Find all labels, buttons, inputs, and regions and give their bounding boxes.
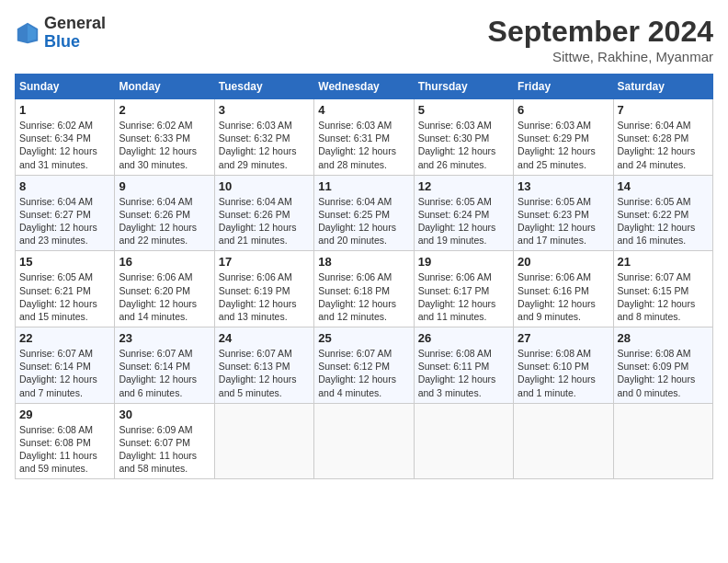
day-info: Sunrise: 6:06 AM Sunset: 6:19 PM Dayligh… bbox=[219, 270, 310, 323]
day-info: Sunrise: 6:02 AM Sunset: 6:34 PM Dayligh… bbox=[19, 119, 110, 171]
table-row: 15 Sunrise: 6:05 AM Sunset: 6:21 PM Dayl… bbox=[16, 251, 115, 327]
day-info: Sunrise: 6:04 AM Sunset: 6:26 PM Dayligh… bbox=[219, 195, 310, 247]
day-info: Sunrise: 6:09 AM Sunset: 6:07 PM Dayligh… bbox=[119, 423, 210, 476]
day-number: 5 bbox=[418, 103, 509, 117]
day-number: 29 bbox=[19, 408, 110, 421]
day-number: 17 bbox=[219, 255, 310, 269]
logo-text: General Blue bbox=[44, 15, 106, 52]
header-monday: Monday bbox=[115, 75, 214, 99]
table-row: 30 Sunrise: 6:09 AM Sunset: 6:07 PM Dayl… bbox=[115, 403, 214, 479]
day-number: 15 bbox=[19, 255, 110, 269]
page-header: General Blue September 2024 Sittwe, Rakh… bbox=[15, 15, 713, 64]
table-row: 22 Sunrise: 6:07 AM Sunset: 6:14 PM Dayl… bbox=[16, 327, 115, 404]
header-wednesday: Wednesday bbox=[314, 75, 414, 99]
day-number: 11 bbox=[318, 179, 409, 193]
day-number: 1 bbox=[19, 103, 110, 117]
month-year: September 2024 bbox=[488, 15, 713, 49]
day-info: Sunrise: 6:04 AM Sunset: 6:26 PM Dayligh… bbox=[119, 195, 210, 247]
day-number: 4 bbox=[318, 103, 409, 117]
table-row: 24 Sunrise: 6:07 AM Sunset: 6:13 PM Dayl… bbox=[214, 327, 313, 404]
logo-icon bbox=[15, 20, 40, 46]
location: Sittwe, Rakhine, Myanmar bbox=[488, 49, 713, 64]
day-info: Sunrise: 6:06 AM Sunset: 6:20 PM Dayligh… bbox=[119, 270, 210, 323]
table-row: 2 Sunrise: 6:02 AM Sunset: 6:33 PM Dayli… bbox=[115, 99, 214, 176]
day-info: Sunrise: 6:02 AM Sunset: 6:33 PM Dayligh… bbox=[119, 119, 210, 171]
day-number: 26 bbox=[418, 331, 509, 345]
day-info: Sunrise: 6:08 AM Sunset: 6:11 PM Dayligh… bbox=[418, 347, 509, 399]
day-info: Sunrise: 6:07 AM Sunset: 6:15 PM Dayligh… bbox=[618, 270, 709, 323]
logo-blue: Blue bbox=[44, 32, 80, 51]
table-row: 21 Sunrise: 6:07 AM Sunset: 6:15 PM Dayl… bbox=[613, 251, 712, 327]
table-row: 10 Sunrise: 6:04 AM Sunset: 6:26 PM Dayl… bbox=[214, 175, 313, 251]
header-saturday: Saturday bbox=[613, 75, 712, 99]
header-sunday: Sunday bbox=[16, 75, 115, 99]
day-number: 8 bbox=[19, 179, 110, 193]
day-info: Sunrise: 6:04 AM Sunset: 6:27 PM Dayligh… bbox=[19, 195, 110, 247]
day-number: 24 bbox=[219, 331, 310, 345]
table-row: 20 Sunrise: 6:06 AM Sunset: 6:16 PM Dayl… bbox=[514, 251, 613, 327]
table-row: 16 Sunrise: 6:06 AM Sunset: 6:20 PM Dayl… bbox=[115, 251, 214, 327]
day-number: 27 bbox=[518, 331, 609, 345]
table-row: 1 Sunrise: 6:02 AM Sunset: 6:34 PM Dayli… bbox=[16, 99, 115, 176]
day-number: 12 bbox=[418, 179, 509, 193]
day-number: 2 bbox=[119, 103, 210, 117]
calendar-week-row: 8 Sunrise: 6:04 AM Sunset: 6:27 PM Dayli… bbox=[16, 175, 713, 251]
day-info: Sunrise: 6:08 AM Sunset: 6:09 PM Dayligh… bbox=[618, 347, 709, 399]
table-row: 6 Sunrise: 6:03 AM Sunset: 6:29 PM Dayli… bbox=[514, 99, 613, 176]
day-info: Sunrise: 6:03 AM Sunset: 6:30 PM Dayligh… bbox=[418, 119, 509, 171]
day-number: 13 bbox=[518, 179, 609, 193]
table-row bbox=[514, 403, 613, 479]
table-row: 26 Sunrise: 6:08 AM Sunset: 6:11 PM Dayl… bbox=[414, 327, 513, 404]
table-row: 29 Sunrise: 6:08 AM Sunset: 6:08 PM Dayl… bbox=[16, 403, 115, 479]
table-row: 4 Sunrise: 6:03 AM Sunset: 6:31 PM Dayli… bbox=[314, 99, 414, 176]
table-row: 18 Sunrise: 6:06 AM Sunset: 6:18 PM Dayl… bbox=[314, 251, 414, 327]
day-info: Sunrise: 6:07 AM Sunset: 6:14 PM Dayligh… bbox=[19, 347, 110, 399]
header-tuesday: Tuesday bbox=[214, 75, 313, 99]
table-row: 9 Sunrise: 6:04 AM Sunset: 6:26 PM Dayli… bbox=[115, 175, 214, 251]
day-info: Sunrise: 6:07 AM Sunset: 6:14 PM Dayligh… bbox=[119, 347, 210, 399]
day-info: Sunrise: 6:08 AM Sunset: 6:10 PM Dayligh… bbox=[518, 347, 609, 399]
day-number: 20 bbox=[518, 255, 609, 269]
day-info: Sunrise: 6:03 AM Sunset: 6:31 PM Dayligh… bbox=[318, 119, 409, 171]
header-friday: Friday bbox=[514, 75, 613, 99]
day-number: 10 bbox=[219, 179, 310, 193]
day-number: 22 bbox=[19, 331, 110, 345]
table-row: 12 Sunrise: 6:05 AM Sunset: 6:24 PM Dayl… bbox=[414, 175, 513, 251]
calendar-week-row: 22 Sunrise: 6:07 AM Sunset: 6:14 PM Dayl… bbox=[16, 327, 713, 404]
day-number: 16 bbox=[119, 255, 210, 269]
day-number: 30 bbox=[119, 408, 210, 421]
table-row: 8 Sunrise: 6:04 AM Sunset: 6:27 PM Dayli… bbox=[16, 175, 115, 251]
day-number: 3 bbox=[219, 103, 310, 117]
table-row: 11 Sunrise: 6:04 AM Sunset: 6:25 PM Dayl… bbox=[314, 175, 414, 251]
day-info: Sunrise: 6:08 AM Sunset: 6:08 PM Dayligh… bbox=[19, 423, 110, 476]
table-row: 14 Sunrise: 6:05 AM Sunset: 6:22 PM Dayl… bbox=[613, 175, 712, 251]
day-info: Sunrise: 6:04 AM Sunset: 6:25 PM Dayligh… bbox=[318, 195, 409, 247]
day-number: 28 bbox=[618, 331, 709, 345]
table-row bbox=[414, 403, 513, 479]
calendar-table: Sunday Monday Tuesday Wednesday Thursday… bbox=[15, 74, 713, 479]
day-info: Sunrise: 6:06 AM Sunset: 6:16 PM Dayligh… bbox=[518, 270, 609, 323]
day-info: Sunrise: 6:06 AM Sunset: 6:18 PM Dayligh… bbox=[318, 270, 409, 323]
day-info: Sunrise: 6:06 AM Sunset: 6:17 PM Dayligh… bbox=[418, 270, 509, 323]
day-info: Sunrise: 6:07 AM Sunset: 6:13 PM Dayligh… bbox=[219, 347, 310, 399]
day-info: Sunrise: 6:05 AM Sunset: 6:22 PM Dayligh… bbox=[618, 195, 709, 247]
day-info: Sunrise: 6:05 AM Sunset: 6:24 PM Dayligh… bbox=[418, 195, 509, 247]
table-row: 7 Sunrise: 6:04 AM Sunset: 6:28 PM Dayli… bbox=[613, 99, 712, 176]
days-header-row: Sunday Monday Tuesday Wednesday Thursday… bbox=[16, 75, 713, 99]
table-row bbox=[613, 403, 712, 479]
day-number: 19 bbox=[418, 255, 509, 269]
day-info: Sunrise: 6:04 AM Sunset: 6:28 PM Dayligh… bbox=[618, 119, 709, 171]
header-thursday: Thursday bbox=[414, 75, 513, 99]
calendar-week-row: 29 Sunrise: 6:08 AM Sunset: 6:08 PM Dayl… bbox=[16, 403, 713, 479]
table-row: 17 Sunrise: 6:06 AM Sunset: 6:19 PM Dayl… bbox=[214, 251, 313, 327]
day-number: 25 bbox=[318, 331, 409, 345]
day-info: Sunrise: 6:07 AM Sunset: 6:12 PM Dayligh… bbox=[318, 347, 409, 399]
day-number: 7 bbox=[618, 103, 709, 117]
table-row: 28 Sunrise: 6:08 AM Sunset: 6:09 PM Dayl… bbox=[613, 327, 712, 404]
day-number: 14 bbox=[618, 179, 709, 193]
table-row: 13 Sunrise: 6:05 AM Sunset: 6:23 PM Dayl… bbox=[514, 175, 613, 251]
table-row: 5 Sunrise: 6:03 AM Sunset: 6:30 PM Dayli… bbox=[414, 99, 513, 176]
title-area: September 2024 Sittwe, Rakhine, Myanmar bbox=[488, 15, 713, 64]
table-row: 25 Sunrise: 6:07 AM Sunset: 6:12 PM Dayl… bbox=[314, 327, 414, 404]
table-row: 27 Sunrise: 6:08 AM Sunset: 6:10 PM Dayl… bbox=[514, 327, 613, 404]
